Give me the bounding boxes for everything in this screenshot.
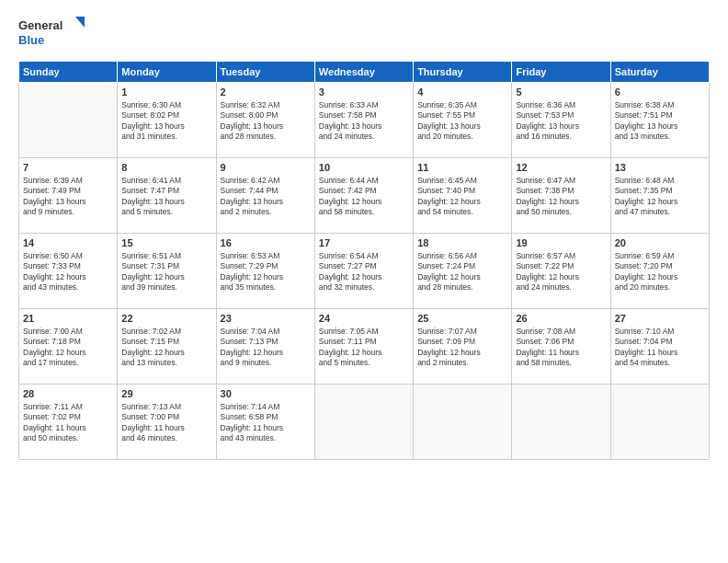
calendar-cell: 30Sunrise: 7:14 AMSunset: 6:58 PMDayligh… [216, 385, 314, 460]
day-number: 7 [23, 161, 113, 175]
day-info: Sunset: 7:29 PM [221, 261, 311, 271]
calendar-cell: 13Sunrise: 6:48 AMSunset: 7:35 PMDayligh… [610, 158, 709, 234]
day-info: and 13 minutes. [615, 132, 705, 142]
calendar-cell: 23Sunrise: 7:04 AMSunset: 7:13 PMDayligh… [216, 309, 314, 385]
day-info: and 32 minutes. [319, 282, 409, 293]
svg-text:General: General [18, 18, 63, 32]
day-number: 11 [417, 161, 507, 175]
calendar-cell: 20Sunrise: 6:59 AMSunset: 7:20 PMDayligh… [610, 234, 709, 309]
day-number: 20 [615, 236, 705, 250]
day-info: and 50 minutes. [23, 433, 113, 443]
day-info: Daylight: 11 hours [121, 423, 211, 433]
day-number: 12 [516, 161, 606, 175]
day-info: Sunset: 7:35 PM [615, 186, 705, 196]
day-info: Daylight: 12 hours [319, 272, 409, 282]
day-info: Daylight: 13 hours [221, 121, 311, 132]
day-info: Daylight: 12 hours [23, 348, 113, 358]
calendar-cell [314, 385, 413, 460]
calendar-cell: 3Sunrise: 6:33 AMSunset: 7:58 PMDaylight… [314, 83, 413, 158]
day-info: Sunrise: 6:33 AM [319, 100, 409, 110]
day-info: Daylight: 12 hours [615, 197, 705, 207]
day-info: Daylight: 12 hours [319, 197, 409, 207]
day-info: and 20 minutes. [417, 132, 507, 142]
day-info: Daylight: 13 hours [417, 121, 507, 132]
day-info: Daylight: 11 hours [615, 348, 705, 358]
day-info: Sunset: 7:33 PM [23, 261, 113, 271]
day-info: and 58 minutes. [516, 358, 606, 368]
logo-svg: General Blue [18, 15, 85, 52]
day-info: and 5 minutes. [319, 358, 409, 368]
day-info: Daylight: 13 hours [121, 121, 211, 132]
day-info: Daylight: 11 hours [221, 423, 311, 433]
day-info: Daylight: 13 hours [121, 197, 211, 207]
day-info: and 2 minutes. [221, 207, 311, 217]
calendar-cell: 6Sunrise: 6:38 AMSunset: 7:51 PMDaylight… [610, 83, 709, 158]
day-number: 6 [615, 86, 705, 99]
day-number: 18 [417, 236, 507, 250]
day-info: and 2 minutes. [417, 358, 507, 368]
calendar-cell [512, 385, 610, 460]
day-info: Daylight: 11 hours [23, 423, 113, 433]
day-info: Sunset: 7:31 PM [121, 261, 211, 271]
day-header-thursday: Thursday [414, 62, 512, 83]
day-info: Sunset: 7:42 PM [319, 186, 409, 196]
day-info: Sunrise: 6:39 AM [23, 176, 113, 186]
day-info: Sunset: 7:38 PM [516, 186, 606, 196]
day-info: Sunrise: 7:00 AM [23, 327, 113, 337]
day-info: Sunrise: 6:30 AM [121, 100, 211, 110]
day-info: Sunset: 8:00 PM [221, 110, 311, 121]
day-info: Sunrise: 7:05 AM [319, 327, 409, 337]
calendar-cell: 17Sunrise: 6:54 AMSunset: 7:27 PMDayligh… [314, 234, 413, 309]
day-info: Sunrise: 6:56 AM [417, 251, 507, 261]
day-info: Sunset: 7:02 PM [23, 412, 113, 422]
day-info: and 13 minutes. [121, 358, 211, 368]
day-info: and 28 minutes. [417, 282, 507, 293]
day-number: 27 [615, 312, 705, 326]
calendar-cell: 2Sunrise: 6:32 AMSunset: 8:00 PMDaylight… [216, 83, 314, 158]
day-number: 14 [23, 236, 113, 250]
calendar-cell: 19Sunrise: 6:57 AMSunset: 7:22 PMDayligh… [512, 234, 610, 309]
day-info: and 54 minutes. [417, 207, 507, 217]
day-info: Daylight: 13 hours [23, 197, 113, 207]
day-info: and 58 minutes. [319, 207, 409, 217]
day-info: Daylight: 12 hours [516, 197, 606, 207]
day-number: 26 [516, 312, 606, 326]
day-info: and 54 minutes. [615, 358, 705, 368]
day-info: Sunrise: 6:54 AM [319, 251, 409, 261]
day-number: 8 [121, 161, 211, 175]
day-info: Sunrise: 6:48 AM [615, 176, 705, 186]
day-info: Sunset: 7:27 PM [319, 261, 409, 271]
day-number: 19 [516, 236, 606, 250]
day-header-tuesday: Tuesday [216, 62, 314, 83]
day-info: and 31 minutes. [121, 132, 211, 142]
day-header-monday: Monday [118, 62, 216, 83]
calendar: SundayMondayTuesdayWednesdayThursdayFrid… [18, 61, 710, 460]
day-info: and 39 minutes. [121, 282, 211, 293]
day-info: Daylight: 12 hours [121, 272, 211, 282]
day-info: and 5 minutes. [121, 207, 211, 217]
calendar-cell: 4Sunrise: 6:35 AMSunset: 7:55 PMDaylight… [414, 83, 512, 158]
day-header-wednesday: Wednesday [314, 62, 413, 83]
calendar-cell: 27Sunrise: 7:10 AMSunset: 7:04 PMDayligh… [610, 309, 709, 385]
day-info: Daylight: 13 hours [615, 121, 705, 132]
day-info: Sunrise: 6:53 AM [221, 251, 311, 261]
calendar-cell [19, 83, 118, 158]
day-number: 23 [221, 312, 311, 326]
day-info: Sunset: 7:58 PM [319, 110, 409, 121]
day-info: Sunrise: 6:57 AM [516, 251, 606, 261]
day-info: Sunrise: 6:41 AM [121, 176, 211, 186]
day-info: Sunrise: 6:45 AM [417, 176, 507, 186]
calendar-cell: 15Sunrise: 6:51 AMSunset: 7:31 PMDayligh… [118, 234, 216, 309]
day-info: Sunrise: 6:59 AM [615, 251, 705, 261]
day-number: 16 [221, 236, 311, 250]
day-number: 29 [121, 387, 211, 401]
day-info: Sunset: 7:09 PM [417, 337, 507, 347]
day-info: Daylight: 11 hours [516, 348, 606, 358]
day-number: 5 [516, 86, 606, 99]
calendar-cell [414, 385, 512, 460]
calendar-cell: 26Sunrise: 7:08 AMSunset: 7:06 PMDayligh… [512, 309, 610, 385]
day-number: 3 [319, 86, 409, 99]
day-info: Daylight: 12 hours [417, 348, 507, 358]
calendar-cell: 29Sunrise: 7:13 AMSunset: 7:00 PMDayligh… [118, 385, 216, 460]
day-number: 28 [23, 387, 113, 401]
